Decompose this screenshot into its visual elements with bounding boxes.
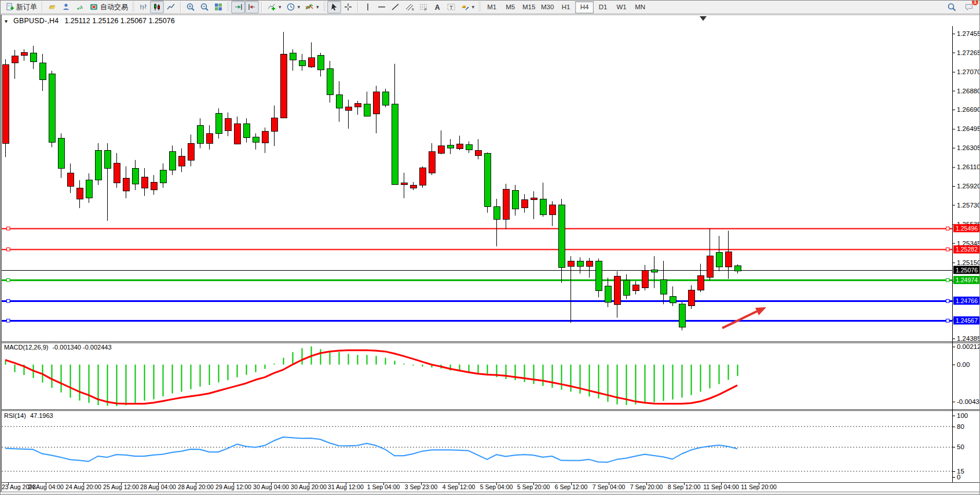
rsi-line [5,437,737,462]
macd-values: -0.001340 -0.002443 [52,344,111,351]
time-tick-label: 30 Aug 20:00 [291,483,327,490]
rsi-axis-label: 80 [957,423,964,430]
mt4-window: 新订单自动交易▾▾▾EFAT▾M1M5M15M30H1H4D1W1MN1 ▾ G… [0,0,980,495]
time-tick-label: 28 Aug 20:00 [178,483,214,490]
collapse-chart-icon[interactable]: ▾ [5,18,8,24]
time-tick-label: 24 Aug 20:00 [65,483,101,490]
time-tick-label: 3 Sep 23:00 [405,483,438,490]
hline-handle[interactable] [946,248,950,252]
price-tick-label: 1.26690 [957,106,980,113]
price-badge-label: 1.25496 [956,225,978,232]
time-tick-label: 31 Aug 12:00 [328,483,364,490]
hline-handle[interactable] [946,319,950,323]
macd-axis-label: 0.00 [957,361,970,368]
macd-axis-label: 0.002123 [957,343,980,350]
price-tick-label: 1.25920 [957,183,980,190]
time-tick-label: 29 Aug 12:00 [215,483,251,490]
macd-axis-label: -0.004378 [957,398,980,405]
price-tick-label: 1.27265 [957,49,980,56]
price-tick-label: 1.27070 [957,68,980,75]
price-tick-label: 1.24385 [957,335,980,342]
price-tick-label: 1.27455 [957,30,980,37]
rsi-axis-label: 0 [957,474,960,481]
hline-handle[interactable] [7,248,10,252]
ohlc-values: 1.25112 1.25126 1.25067 1.25076 [64,17,174,25]
time-tick-label: 7 Sep 20:00 [630,483,663,490]
symbol-period-label: GBPUSD-,H4 [13,17,58,25]
rsi-axis-label: 100 [957,412,968,419]
price-badge-label: 1.25076 [956,267,978,274]
price-chart-canvas[interactable]: 1.274551.272651.270701.268801.266901.264… [1,1,980,495]
rsi-indicator-label: RSI(14) 47.1963 [4,412,53,419]
time-tick-label: 6 Sep 12:00 [555,483,588,490]
horizontal-line-objects[interactable] [2,227,952,323]
hline-handle[interactable] [7,319,10,323]
macd-indicator-label: MACD(12,26,9) -0.001340 -0.002443 [4,344,112,351]
time-tick-label: 8 Sep 12:00 [668,483,701,490]
time-tick-label: 25 Aug 12:00 [103,483,139,490]
price-tick-label: 1.25150 [957,259,980,266]
price-axis[interactable]: 1.274551.272651.270701.268801.266901.264… [952,30,980,342]
time-tick-label: 4 Sep 12:00 [443,483,476,490]
time-tick-label: 5 Sep 20:00 [517,483,550,490]
time-tick-label: 1 Sep 04:00 [367,483,400,490]
chart-title: ▾ GBPUSD-,H4 1.25112 1.25126 1.25067 1.2… [5,17,175,25]
rsi-value: 47.1963 [30,412,53,419]
chart-shift-marker[interactable] [700,16,707,21]
hline-handle[interactable] [946,300,950,303]
statusbar-strip [2,492,979,495]
rsi-name: RSI(14) [4,412,26,419]
candles-layer[interactable] [2,32,741,330]
hline-handle[interactable] [7,279,10,282]
hline-handle[interactable] [946,227,950,231]
time-tick-label: 11 Sep 20:00 [741,483,777,490]
price-tick-label: 1.26110 [957,163,980,170]
price-tick-label: 1.26880 [957,88,980,94]
time-tick-label: 30 Aug 04:00 [253,483,289,490]
hline-handle[interactable] [7,227,10,231]
trend-arrow[interactable] [722,307,766,328]
time-tick-label: 5 Sep 04:00 [480,483,513,490]
price-tick-label: 1.26305 [957,144,980,151]
price-badge-label: 1.25282 [956,246,978,253]
chart-frame [1,15,980,492]
time-tick-label: 24 Aug 04:00 [28,483,64,490]
hline-handle[interactable] [7,300,10,303]
price-badge-label: 1.24974 [956,276,978,283]
price-tick-label: 1.25730 [957,202,980,209]
macd-pane[interactable]: 0.0021230.00-0.004378 [5,343,980,406]
macd-signal-line [5,350,737,403]
rsi-pane[interactable]: 1008050150 [2,412,968,481]
price-tick-label: 1.26495 [957,125,980,132]
hline-handle[interactable] [946,279,950,282]
price-badge-label: 1.24567 [956,317,978,324]
time-tick-label: 28 Aug 04:00 [140,483,176,490]
time-axis[interactable]: 23 Aug 202324 Aug 04:0024 Aug 20:0025 Au… [2,483,979,495]
time-tick-label: 11 Sep 04:00 [703,483,739,490]
time-tick-label: 7 Sep 04:00 [593,483,626,490]
rsi-axis-label: 50 [957,443,964,450]
macd-name: MACD(12,26,9) [4,344,48,351]
price-badge-label: 1.24766 [956,297,978,304]
